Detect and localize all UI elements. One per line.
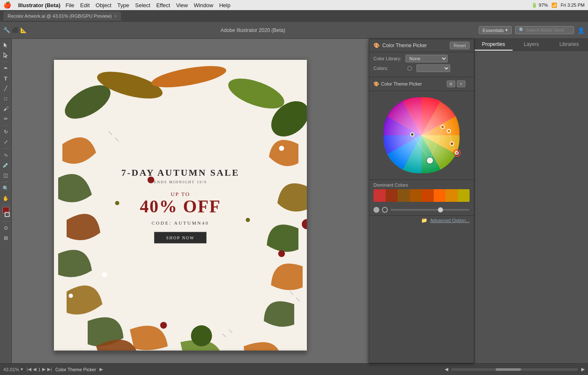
menu-edit[interactable]: Edit bbox=[80, 2, 89, 8]
colors-select[interactable] bbox=[416, 64, 450, 72]
battery-indicator: 🔋 97% bbox=[532, 3, 548, 8]
hand-tool[interactable]: ✋ bbox=[1, 194, 11, 203]
adobe-stock-search[interactable]: 🔍 Search Adobe Stock bbox=[515, 26, 574, 34]
dominant-swatch-7[interactable] bbox=[458, 189, 470, 202]
right-panel: Properties Layers Libraries bbox=[474, 39, 588, 363]
svg-point-12 bbox=[102, 272, 107, 277]
selection-tool[interactable] bbox=[1, 40, 11, 50]
grid-view-icon[interactable]: ⊞ bbox=[447, 80, 455, 87]
blend-tool[interactable]: ∿ bbox=[1, 150, 11, 160]
toolbar-icon-3[interactable]: 📐 bbox=[20, 27, 27, 33]
wheel-dot-orange-2[interactable] bbox=[447, 129, 451, 133]
colors-up-icon[interactable]: ⬡ bbox=[405, 64, 414, 72]
document-tab[interactable]: Recolor Artwork.ai @ 43.01% (RGB/GPU Pre… bbox=[3, 11, 121, 21]
menu-type[interactable]: Type bbox=[117, 2, 129, 8]
app-title: Adobe Illustrator 2020 (Beta) bbox=[30, 27, 475, 33]
rotate-tool[interactable]: ↻ bbox=[1, 127, 11, 137]
page-navigation: |◀ ◀ 1 ▶ ▶| bbox=[27, 367, 52, 372]
type-tool[interactable]: T bbox=[1, 74, 11, 83]
close-tab-button[interactable]: × bbox=[114, 14, 117, 19]
shop-now-button[interactable]: SHOP NOW bbox=[154, 232, 207, 244]
harmony-slider-handle[interactable] bbox=[438, 207, 443, 212]
pencil-tool[interactable]: ✏ bbox=[1, 114, 11, 123]
menu-help[interactable]: Help bbox=[219, 2, 231, 8]
scroll-left-icon[interactable]: ◀ bbox=[445, 367, 448, 372]
tab-libraries[interactable]: Libraries bbox=[550, 39, 588, 51]
wheel-dot-brown[interactable] bbox=[450, 142, 454, 146]
colors-label: Colors: bbox=[373, 66, 403, 71]
essentials-label: Essentials bbox=[483, 28, 504, 33]
page-next-button[interactable]: ▶ bbox=[42, 367, 46, 372]
tab-layers[interactable]: Layers bbox=[513, 39, 550, 51]
search-icon: 🔍 bbox=[519, 27, 525, 32]
horizontal-scrollbar[interactable] bbox=[451, 368, 578, 371]
folder-icon[interactable]: 📁 bbox=[421, 217, 427, 223]
dominant-colors-label: Dominant Colors bbox=[373, 182, 470, 188]
reset-button[interactable]: Reset bbox=[450, 42, 470, 49]
mode-dot-inactive[interactable] bbox=[382, 207, 388, 213]
menu-effect[interactable]: Effect bbox=[156, 2, 170, 8]
zoom-dropdown-icon[interactable]: ▾ bbox=[21, 367, 23, 372]
scale-tool[interactable]: ⤢ bbox=[1, 137, 11, 147]
menu-view[interactable]: View bbox=[176, 2, 188, 8]
color-picker-panel: 🎨 Color Theme Picker Reset Color Library… bbox=[369, 39, 474, 363]
ctp-title: Color Theme Picker bbox=[382, 43, 427, 48]
dominant-swatch-1[interactable] bbox=[386, 189, 398, 202]
main-toolbar: 🔧 ⬛ 📐 Adobe Illustrator 2020 (Beta) Esse… bbox=[0, 22, 588, 39]
colors-row: Colors: ⬡ bbox=[373, 64, 470, 72]
main-layout: ✒ T ╱ □ 🖌 ✏ ↻ ⤢ ∿ 💉 ◫ 🔍 ✋ ⊙ ⊞ bbox=[0, 39, 588, 363]
page-first-button[interactable]: |◀ bbox=[27, 367, 31, 372]
mode-dot-active[interactable] bbox=[373, 207, 379, 213]
menu-file[interactable]: File bbox=[65, 2, 74, 8]
eyedropper-tool[interactable]: 💉 bbox=[1, 161, 11, 170]
profile-icon[interactable]: 👤 bbox=[577, 27, 585, 34]
wheel-dot-red-fill[interactable] bbox=[455, 151, 459, 155]
dominant-swatch-2[interactable] bbox=[397, 189, 410, 202]
tab-properties[interactable]: Properties bbox=[475, 39, 513, 51]
menu-window[interactable]: Window bbox=[194, 2, 213, 8]
line-tool[interactable]: ╱ bbox=[1, 84, 11, 93]
wheel-dot-selected[interactable] bbox=[427, 158, 433, 163]
paintbrush-tool[interactable]: 🖌 bbox=[1, 104, 11, 113]
svg-point-25 bbox=[384, 97, 459, 173]
horizontal-scroll-thumb[interactable] bbox=[496, 368, 521, 371]
app-name: Illustrator (Beta) bbox=[18, 2, 60, 8]
gradient-tool[interactable]: ◫ bbox=[1, 171, 11, 180]
svg-point-6 bbox=[115, 201, 119, 205]
screen-mode[interactable]: ⊞ bbox=[1, 233, 11, 243]
zoom-tool[interactable]: 🔍 bbox=[1, 184, 11, 193]
color-wheel-wrapper[interactable] bbox=[381, 95, 462, 175]
pen-tool[interactable]: ✒ bbox=[1, 64, 11, 73]
direct-selection-tool[interactable] bbox=[1, 51, 11, 60]
apple-logo-icon[interactable]: 🍎 bbox=[3, 1, 11, 9]
page-prev-button[interactable]: ◀ bbox=[33, 367, 36, 372]
stroke-color[interactable] bbox=[5, 212, 10, 217]
drawing-mode[interactable]: ⊙ bbox=[1, 223, 11, 233]
color-library-label: Color Library: bbox=[373, 56, 403, 61]
dominant-swatch-4[interactable] bbox=[422, 189, 434, 202]
canvas-area[interactable]: 7-DAY AUTUMN SALE ENDS MIDNIGHT 19/9 UP … bbox=[12, 39, 386, 363]
menu-object[interactable]: Object bbox=[96, 2, 112, 8]
color-library-row: Color Library: None bbox=[373, 55, 470, 62]
color-wheel-container[interactable] bbox=[369, 91, 474, 179]
shape-tool[interactable]: □ bbox=[1, 94, 11, 103]
list-view-icon[interactable]: ≡ bbox=[457, 80, 465, 87]
autumn-design: 7-DAY AUTUMN SALE ENDS MIDNIGHT 19/9 UP … bbox=[54, 60, 307, 351]
dominant-swatch-6[interactable] bbox=[446, 189, 458, 202]
toolbar-icon-1[interactable]: 🔧 bbox=[3, 27, 10, 33]
dominant-swatch-3[interactable] bbox=[410, 189, 422, 202]
scroll-right-icon[interactable]: ▶ bbox=[581, 367, 585, 372]
harmony-slider[interactable] bbox=[390, 209, 470, 211]
palette-small-icon: 🎨 bbox=[373, 81, 379, 87]
dominant-swatch-0[interactable] bbox=[373, 189, 386, 202]
page-last-button[interactable]: ▶| bbox=[47, 367, 52, 372]
wheel-dot-dark-green[interactable] bbox=[410, 132, 414, 137]
status-expand-icon[interactable]: ▶ bbox=[99, 367, 103, 372]
advanced-options-button[interactable]: Advanced Option... bbox=[430, 218, 470, 223]
color-library-select[interactable]: None bbox=[405, 55, 448, 62]
toolbar-icon-2[interactable]: ⬛ bbox=[12, 27, 19, 33]
wheel-dot-orange-1[interactable] bbox=[440, 125, 445, 129]
essentials-button[interactable]: Essentials ▾ bbox=[479, 26, 512, 34]
dominant-swatch-5[interactable] bbox=[434, 189, 446, 202]
menu-select[interactable]: Select bbox=[135, 2, 150, 8]
